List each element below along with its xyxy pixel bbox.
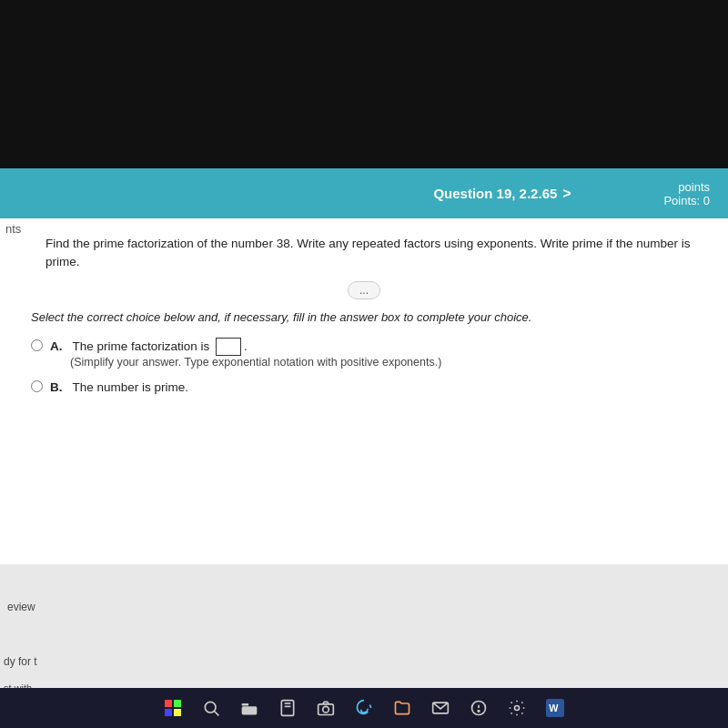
review-label: eview — [7, 601, 35, 613]
word-icon[interactable]: W — [543, 696, 567, 720]
file-explorer-icon[interactable] — [238, 696, 261, 720]
svg-point-8 — [323, 706, 329, 713]
points-value: Points: 0 — [663, 194, 710, 207]
question-label: Question 19, 2.2.65 > — [341, 186, 664, 202]
answer-input-box[interactable] — [216, 338, 241, 356]
svg-point-12 — [478, 711, 480, 713]
search-icon[interactable] — [199, 696, 223, 720]
top-black-area — [0, 0, 728, 168]
svg-point-13 — [515, 706, 520, 711]
files-icon[interactable] — [390, 696, 414, 720]
choice-a-label: A. The prime factorization is . — [50, 339, 248, 353]
more-options-button[interactable]: ... — [348, 281, 380, 299]
select-instruction: Select the correct choice below and, if … — [31, 310, 701, 324]
choice-a-letter: A. — [50, 339, 63, 353]
study-label1: dy for t — [4, 655, 37, 668]
choice-b-label: B. The number is prime. — [50, 378, 188, 398]
taskbar: W — [0, 688, 728, 728]
chevron-right-icon: > — [562, 186, 571, 202]
svg-line-1 — [215, 712, 219, 716]
windows-icon[interactable] — [161, 696, 185, 720]
choice-a-subtext: (Simplify your answer. Type exponential … — [70, 356, 441, 369]
security-icon[interactable] — [467, 696, 490, 720]
mail-icon[interactable] — [429, 696, 452, 720]
store-icon[interactable] — [276, 696, 299, 720]
svg-point-0 — [205, 702, 216, 713]
points-display: points Points: 0 — [663, 180, 710, 207]
choice-b-text: The number is prime. — [73, 380, 189, 394]
edge-icon[interactable] — [352, 696, 376, 720]
question-number-text: Question 19, 2.2.65 — [433, 186, 557, 201]
choice-b-row: B. The number is prime. — [31, 378, 701, 398]
choice-a-radio[interactable] — [31, 339, 43, 351]
svg-rect-2 — [242, 703, 249, 706]
choice-a-row: A. The prime factorization is . (Simplif… — [31, 337, 701, 369]
header-bar: Question 19, 2.2.65 > points Points: 0 — [0, 168, 728, 218]
choice-a-text: The prime factorization is — [73, 339, 210, 353]
points-label: points — [663, 180, 710, 194]
side-nts-label: nts — [0, 218, 26, 239]
camera-icon[interactable] — [314, 696, 338, 720]
svg-text:W: W — [549, 703, 559, 713]
choice-b-radio[interactable] — [31, 380, 43, 392]
svg-rect-3 — [242, 706, 258, 714]
main-content-area: nts Find the prime factorization of the … — [0, 218, 728, 564]
question-text: Find the prime factorization of the numb… — [46, 235, 701, 272]
screen-container: Question 19, 2.2.65 > points Points: 0 n… — [0, 0, 728, 728]
choice-b-letter: B. — [50, 380, 63, 394]
ellipsis-area: ... — [27, 281, 701, 299]
settings-icon[interactable] — [505, 696, 529, 720]
